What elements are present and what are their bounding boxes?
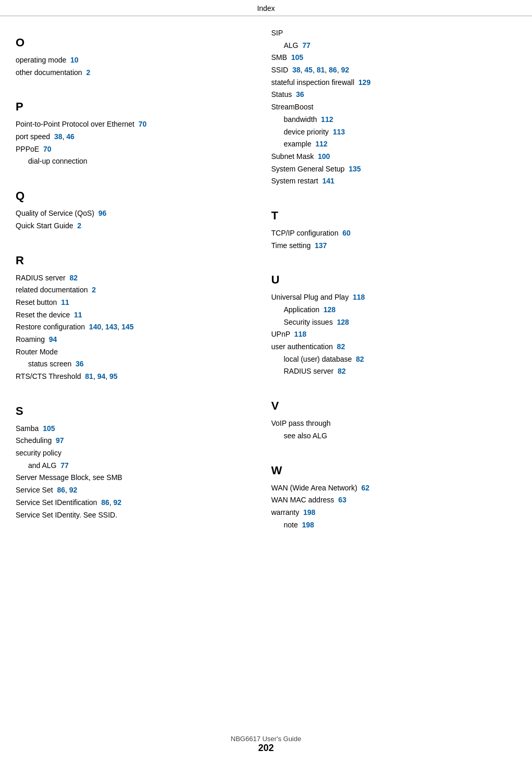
page-ref[interactable]: 62 bbox=[361, 484, 369, 492]
footer-subtitle: NBG6617 User's Guide bbox=[0, 735, 532, 743]
index-entry: dial-up connection bbox=[16, 156, 261, 167]
page-ref[interactable]: 81 bbox=[85, 372, 93, 380]
page-ref[interactable]: 70 bbox=[43, 145, 52, 153]
page-ref[interactable]: 198 bbox=[303, 508, 315, 516]
right-column: SIP ALG 77 SMB 105 SSID 38, 45, 81, 86, … bbox=[271, 27, 517, 532]
page-ref[interactable]: 38 bbox=[54, 132, 63, 141]
index-entry: Universal Plug and Play 118 bbox=[271, 292, 517, 303]
page-ref[interactable]: 63 bbox=[338, 496, 347, 504]
page-ref[interactable]: 97 bbox=[56, 436, 64, 445]
page-ref[interactable]: 112 bbox=[315, 140, 327, 148]
index-entry: other documentation 2 bbox=[16, 67, 261, 79]
page-ref[interactable]: 128 bbox=[324, 305, 336, 314]
section-letter: S bbox=[16, 404, 261, 418]
page-ref[interactable]: 45 bbox=[304, 66, 313, 74]
section-letter: Q bbox=[16, 189, 261, 203]
page-ref[interactable]: 86 bbox=[329, 66, 337, 74]
page-ref[interactable]: 135 bbox=[349, 165, 361, 173]
page-ref[interactable]: 113 bbox=[333, 128, 345, 136]
header-title: Index bbox=[257, 4, 275, 13]
page-ref[interactable]: 95 bbox=[109, 372, 118, 380]
entry-text: stateful inspection firewall bbox=[271, 78, 355, 87]
entry-text: operating mode bbox=[16, 56, 66, 64]
page-ref[interactable]: 198 bbox=[302, 521, 314, 529]
page-ref[interactable]: 10 bbox=[70, 56, 79, 64]
index-entry: WAN MAC address 63 bbox=[271, 495, 517, 506]
index-entry: UPnP 118 bbox=[271, 329, 517, 340]
index-entry: Roaming 94 bbox=[16, 334, 261, 346]
entry-text: Status bbox=[271, 90, 292, 99]
page-ref[interactable]: 86 bbox=[101, 498, 109, 507]
index-entry: stateful inspection firewall 129 bbox=[271, 77, 517, 89]
page-ref[interactable]: 141 bbox=[323, 177, 335, 185]
section-letter: V bbox=[271, 399, 517, 413]
section-letter: U bbox=[271, 273, 517, 287]
page-ref[interactable]: 129 bbox=[358, 78, 370, 87]
page-ref[interactable]: 128 bbox=[337, 318, 349, 326]
page-ref[interactable]: 70 bbox=[139, 120, 147, 128]
entry-text: StreamBoost bbox=[271, 103, 314, 111]
page-ref[interactable]: 82 bbox=[337, 342, 345, 351]
entry-text: port speed bbox=[16, 132, 50, 141]
page-ref[interactable]: 118 bbox=[294, 330, 306, 338]
page-ref[interactable]: 82 bbox=[69, 274, 78, 282]
page-ref[interactable]: 86 bbox=[57, 486, 65, 494]
page-ref[interactable]: 38 bbox=[292, 66, 301, 74]
entry-text: Reset the device bbox=[16, 311, 70, 319]
page-ref[interactable]: 2 bbox=[86, 68, 90, 77]
page-ref[interactable]: 2 bbox=[92, 286, 96, 294]
page-ref[interactable]: 105 bbox=[291, 53, 303, 61]
page-ref[interactable]: 94 bbox=[97, 372, 106, 380]
index-entry: Router Mode bbox=[16, 347, 261, 358]
index-entry: port speed 38, 46 bbox=[16, 131, 261, 143]
entry-text: Reset button bbox=[16, 298, 57, 306]
page-ref[interactable]: 77 bbox=[60, 461, 69, 470]
page-ref[interactable]: 46 bbox=[66, 132, 75, 141]
section-letter: R bbox=[16, 254, 261, 267]
page-ref[interactable]: 60 bbox=[342, 229, 351, 237]
page-ref[interactable]: 96 bbox=[98, 209, 107, 217]
page-ref[interactable]: 11 bbox=[61, 298, 69, 306]
page-ref[interactable]: 100 bbox=[318, 152, 330, 161]
page-ref[interactable]: 94 bbox=[49, 335, 57, 343]
page-ref[interactable]: 137 bbox=[315, 241, 327, 250]
page-ref[interactable]: 77 bbox=[302, 41, 311, 50]
page-ref[interactable]: 92 bbox=[114, 498, 122, 507]
page-ref[interactable]: 81 bbox=[317, 66, 325, 74]
entry-text: Application bbox=[284, 305, 320, 314]
index-entry: bandwidth 112 bbox=[271, 114, 517, 126]
page-ref[interactable]: 11 bbox=[74, 311, 82, 319]
index-entry: RADIUS server 82 bbox=[271, 366, 517, 377]
entry-text: status screen bbox=[28, 360, 71, 368]
entry-text: WAN MAC address bbox=[271, 496, 335, 504]
entry-text: Scheduling bbox=[16, 436, 52, 445]
entry-text: Subnet Mask bbox=[271, 152, 314, 161]
page-ref[interactable]: 145 bbox=[121, 323, 133, 331]
page-ref[interactable]: 112 bbox=[321, 115, 333, 124]
index-entry: Scheduling 97 bbox=[16, 435, 261, 447]
entry-text: Server Message Block, see SMB bbox=[16, 473, 122, 482]
index-entry: WAN (Wide Area Network) 62 bbox=[271, 483, 517, 494]
index-entry: Subnet Mask 100 bbox=[271, 151, 517, 163]
entry-text: UPnP bbox=[271, 330, 290, 338]
entry-text: Security issues bbox=[284, 318, 333, 326]
page-ref[interactable]: 143 bbox=[105, 323, 117, 331]
page-ref[interactable]: 36 bbox=[76, 360, 84, 368]
page-ref[interactable]: 82 bbox=[356, 355, 364, 363]
entry-text: Time setting bbox=[271, 241, 311, 250]
page-ref[interactable]: 2 bbox=[77, 221, 81, 230]
page-ref[interactable]: 118 bbox=[353, 293, 365, 301]
index-entry: System General Setup 135 bbox=[271, 164, 517, 175]
entry-text: SIP bbox=[271, 29, 283, 37]
index-entry: warranty 198 bbox=[271, 507, 517, 519]
page-ref[interactable]: 92 bbox=[341, 66, 349, 74]
page-ref[interactable]: 140 bbox=[89, 323, 101, 331]
page-ref[interactable]: 92 bbox=[69, 486, 78, 494]
page-ref[interactable]: 82 bbox=[338, 367, 346, 375]
entry-text: SMB bbox=[271, 53, 287, 61]
index-entry: example 112 bbox=[271, 139, 517, 150]
entry-text: WAN (Wide Area Network) bbox=[271, 484, 357, 492]
index-entry: TCP/IP configuration 60 bbox=[271, 228, 517, 239]
page-ref[interactable]: 105 bbox=[43, 424, 55, 433]
page-ref[interactable]: 36 bbox=[296, 90, 304, 99]
